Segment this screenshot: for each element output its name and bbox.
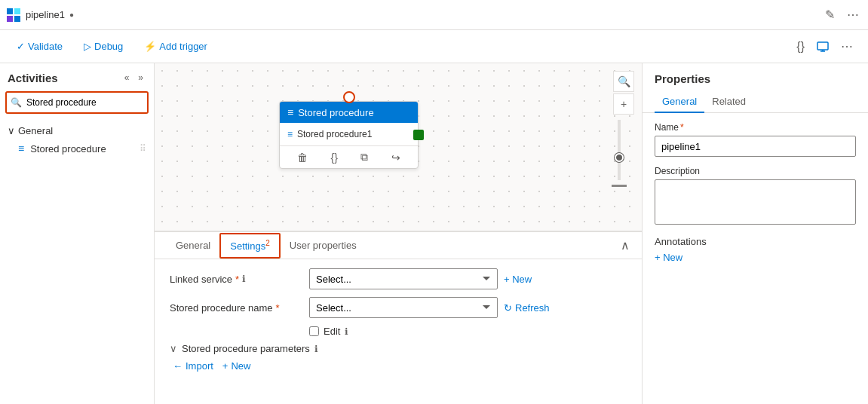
add-trigger-label: Add trigger (159, 41, 207, 52)
validate-btn[interactable]: ✓ Validate (12, 38, 67, 55)
debug-play-icon: ▷ (84, 41, 91, 52)
prop-description-label: Description (655, 166, 856, 176)
sidebar-expand-btn[interactable]: » (135, 69, 146, 86)
edit-checkbox[interactable] (309, 326, 319, 336)
prop-name-input[interactable] (655, 136, 856, 157)
section-chevron-icon: ∨ (8, 125, 15, 136)
params-info-icon[interactable]: ℹ (314, 344, 318, 354)
properties-header: Properties (643, 63, 868, 85)
activity-body-icon: ≡ (287, 129, 293, 139)
more-toolbar-btn[interactable]: ⋯ (838, 36, 856, 57)
activity-arrow-btn[interactable]: ↪ (388, 150, 403, 165)
activity-node: ≡ Stored procedure ≡ Stored procedure1 🗑… (279, 101, 419, 169)
activity-copy-btn[interactable]: ⧉ (357, 149, 371, 165)
more-options-btn[interactable]: ⋯ (844, 5, 862, 25)
validate-check-icon: ✓ (17, 41, 25, 52)
toolbar: ✓ Validate ▷ Debug ⚡ Add trigger {} ⋯ (0, 30, 868, 63)
tab-general[interactable]: General (167, 235, 219, 257)
stored-proc-name-label: Stored procedure name * (170, 302, 302, 314)
params-chevron-icon[interactable]: ∨ (170, 343, 177, 354)
sidebar: Activities « » 🔍 ∨ General ≡ Stored proc… (0, 63, 155, 404)
edit-label[interactable]: Edit (324, 326, 340, 337)
linked-service-new-btn[interactable]: + New (504, 274, 532, 285)
properties-body: Name * Description Annotations + New (643, 113, 868, 404)
top-bar-left: pipeline1 ● (6, 8, 819, 23)
prop-tab-related[interactable]: Related (704, 91, 753, 113)
refresh-label: Refresh (515, 302, 550, 314)
annotations-label: Annotations (655, 236, 856, 247)
prop-tab-general[interactable]: General (655, 91, 704, 113)
prop-name-label: Name * (655, 122, 856, 133)
search-input[interactable] (6, 92, 148, 113)
sidebar-collapse-btn[interactable]: « (121, 69, 133, 86)
linked-service-label: Linked service * ℹ (170, 274, 302, 285)
unsaved-dot: ● (69, 11, 74, 19)
params-new-icon: + (222, 360, 229, 372)
tab-user-properties[interactable]: User properties (281, 235, 366, 257)
refresh-btn[interactable]: ↻ Refresh (504, 302, 550, 314)
svg-rect-3 (14, 16, 20, 22)
svg-rect-1 (14, 8, 20, 14)
activity-node-header: ≡ Stored procedure (280, 102, 418, 123)
activity-header-icon: ≡ (287, 106, 293, 118)
properties-panel: Properties General Related Name * Descri… (642, 63, 868, 404)
sidebar-section-header-general[interactable]: ∨ General (0, 122, 154, 139)
edit-info-icon[interactable]: ℹ (345, 326, 348, 337)
linked-service-select[interactable]: Select... (309, 268, 498, 289)
section-general-label: General (18, 125, 53, 136)
stored-procedure-icon: ≡ (18, 142, 24, 155)
edit-icon-btn[interactable]: ✎ (822, 5, 838, 25)
bottom-panel: General Settings2 User properties ∧ Link… (155, 231, 642, 404)
trigger-icon: ⚡ (144, 41, 156, 52)
monitor-icon-btn[interactable] (814, 36, 832, 57)
prop-description-textarea[interactable] (655, 179, 856, 225)
code-icon-btn[interactable]: {} (793, 36, 808, 57)
annotations-section: Annotations + New (655, 236, 856, 263)
sp-params-header: ∨ Stored procedure parameters ℹ (170, 343, 627, 354)
canvas-search-btn[interactable]: 🔍 (613, 71, 634, 92)
stored-proc-select[interactable]: Select... (309, 297, 498, 318)
debug-btn[interactable]: ▷ Debug (79, 38, 127, 55)
top-bar: pipeline1 ● ✎ ⋯ (0, 0, 868, 30)
toolbar-right: {} ⋯ (793, 36, 856, 57)
activity-code-btn[interactable]: {} (328, 150, 341, 165)
canvas-slider[interactable] (618, 120, 621, 180)
activity-header-label: Stored procedure (298, 107, 373, 118)
linked-service-row: Linked service * ℹ Select... + New (170, 268, 627, 289)
tab-settings[interactable]: Settings2 (219, 233, 281, 258)
params-label: Stored procedure parameters (182, 343, 310, 354)
stored-proc-params-section: ∨ Stored procedure parameters ℹ ← Import… (170, 343, 627, 372)
canvas-slider-thumb (615, 153, 624, 162)
params-new-label: New (231, 360, 250, 372)
canvas-plus-btn[interactable]: + (613, 93, 634, 115)
import-btn[interactable]: ← Import (173, 360, 213, 372)
add-trigger-btn[interactable]: ⚡ Add trigger (140, 38, 212, 55)
properties-title: Properties (655, 72, 710, 85)
properties-tabs: General Related (643, 85, 868, 113)
sidebar-general-section: ∨ General ≡ Stored procedure ⠿ (0, 119, 154, 161)
search-box: 🔍 (6, 92, 148, 113)
params-new-btn[interactable]: + New (222, 360, 251, 372)
sidebar-header: Activities « » (0, 63, 154, 92)
linked-service-info-icon[interactable]: ℹ (242, 274, 246, 284)
stored-proc-name-row: Stored procedure name * Select... ↻ Refr… (170, 297, 627, 318)
logo-icon (6, 8, 21, 23)
bottom-content: Linked service * ℹ Select... + New Store… (155, 259, 642, 381)
canvas-top[interactable]: ≡ Stored procedure ≡ Stored procedure1 🗑… (155, 63, 642, 231)
activity-delete-btn[interactable]: 🗑 (294, 150, 311, 165)
sidebar-item-label: Stored procedure (30, 143, 106, 155)
top-bar-right: ✎ ⋯ (822, 5, 862, 25)
bottom-panel-tabs: General Settings2 User properties ∧ (155, 232, 642, 259)
stored-proc-required: * (276, 302, 280, 314)
import-icon: ← (173, 360, 182, 372)
tab-close-btn[interactable]: ∧ (621, 238, 630, 252)
connector-right (413, 130, 424, 140)
search-icon: 🔍 (11, 97, 22, 108)
add-annotation-btn[interactable]: + New (655, 252, 682, 263)
canvas-inner: ≡ Stored procedure ≡ Stored procedure1 🗑… (155, 63, 642, 231)
drag-handle-icon: ⠿ (140, 143, 146, 154)
sidebar-title: Activities (8, 72, 58, 84)
canvas-zoom-indicator (612, 185, 627, 187)
svg-rect-0 (7, 8, 13, 14)
sidebar-item-stored-procedure[interactable]: ≡ Stored procedure ⠿ (0, 139, 154, 158)
